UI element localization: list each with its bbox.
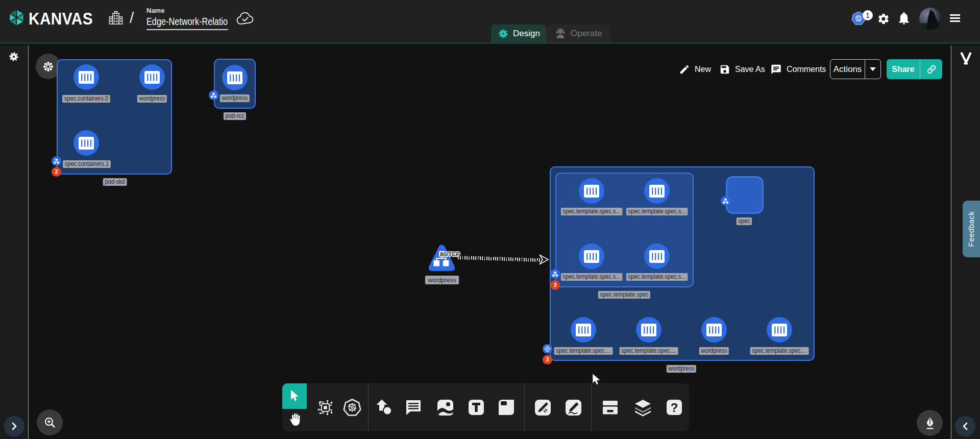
svg-text:80/TCP: 80/TCP	[440, 251, 460, 257]
svg-text:1: 1	[866, 11, 870, 19]
svg-text:?: ?	[671, 401, 678, 414]
